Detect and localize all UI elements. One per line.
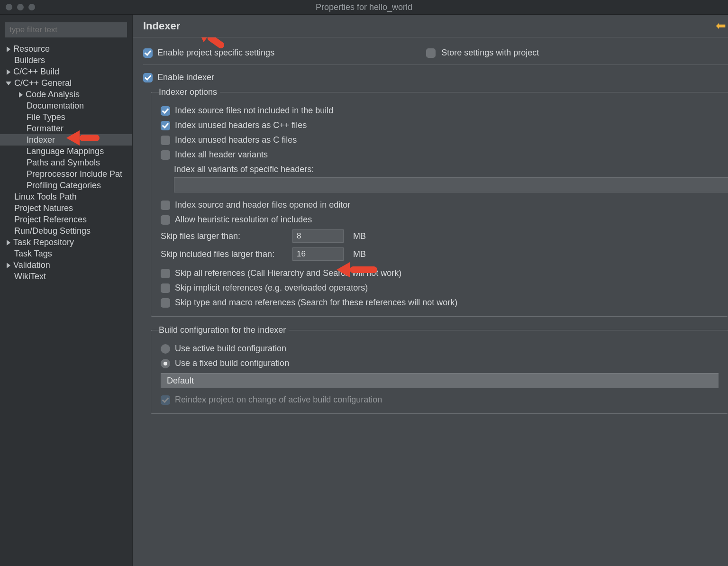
tree-item-code-analysis[interactable]: Code Analysis bbox=[0, 89, 132, 100]
radio-use-fixed[interactable] bbox=[161, 359, 170, 368]
tree-item-run-debug[interactable]: Run/Debug Settings bbox=[0, 225, 132, 237]
select-build-config[interactable]: Default bbox=[161, 373, 719, 388]
page-title: Indexer bbox=[143, 20, 180, 32]
checkbox-skip-all-refs[interactable] bbox=[161, 269, 170, 278]
titlebar: Properties for hello_world bbox=[0, 0, 728, 14]
checkbox-index-all-header-variants[interactable] bbox=[161, 150, 170, 160]
tree-item-paths-symbols[interactable]: Paths and Symbols bbox=[0, 157, 132, 168]
input-skip-included[interactable] bbox=[292, 247, 344, 261]
checkbox-skip-type-macro[interactable] bbox=[161, 298, 170, 308]
label-enable-indexer: Enable indexer bbox=[157, 73, 214, 82]
checkbox-index-unused-cpp[interactable] bbox=[161, 121, 170, 130]
chevron-right-icon bbox=[7, 263, 10, 268]
radio-use-active[interactable] bbox=[161, 344, 170, 354]
tree-item-documentation[interactable]: Documentation bbox=[0, 100, 132, 111]
checkbox-enable-indexer[interactable] bbox=[143, 73, 153, 82]
sidebar: Resource Builders C/C++ Build C/C++ Gene… bbox=[0, 15, 133, 566]
checkbox-index-unused-c[interactable] bbox=[161, 136, 170, 145]
close-window-icon[interactable] bbox=[6, 4, 12, 10]
label-skip-included: Skip included files larger than: bbox=[161, 249, 289, 259]
tree-item-file-types[interactable]: File Types bbox=[0, 111, 132, 123]
zoom-window-icon[interactable] bbox=[28, 4, 35, 10]
label-skip-files: Skip files larger than: bbox=[161, 231, 289, 241]
chevron-right-icon bbox=[7, 46, 10, 52]
tree-item-builders[interactable]: Builders bbox=[0, 55, 132, 66]
chevron-right-icon bbox=[7, 69, 10, 75]
group-indexer-options: Indexer options Index source files not i… bbox=[151, 87, 728, 317]
divider bbox=[143, 64, 728, 65]
checkbox-store-with-project[interactable] bbox=[426, 48, 436, 58]
checkbox-index-opened[interactable] bbox=[161, 201, 170, 210]
tree-item-task-repository[interactable]: Task Repository bbox=[0, 237, 132, 248]
chevron-down-icon bbox=[6, 82, 11, 85]
checkbox-skip-implicit[interactable] bbox=[161, 283, 170, 293]
tree-item-project-references[interactable]: Project References bbox=[0, 214, 132, 225]
chevron-right-icon bbox=[19, 92, 23, 98]
tree-item-language-mappings[interactable]: Language Mappings bbox=[0, 146, 132, 157]
page-header: Indexer ⬅ bbox=[133, 15, 728, 37]
back-arrow-icon[interactable]: ⬅ bbox=[716, 18, 726, 33]
label-enable-project-specific: Enable project specific settings bbox=[157, 48, 274, 58]
checkbox-enable-project-specific[interactable] bbox=[143, 48, 153, 58]
filter-input[interactable] bbox=[5, 22, 127, 37]
tree-item-profiling-categories[interactable]: Profiling Categories bbox=[0, 180, 132, 191]
legend-indexer-options: Indexer options bbox=[159, 87, 220, 97]
main-panel: Indexer ⬅ Enable project specific settin… bbox=[133, 15, 728, 566]
legend-build-config: Build configuration for the indexer bbox=[159, 325, 289, 335]
label-specific-headers: Index all variants of specific headers: bbox=[174, 164, 719, 174]
group-build-config: Build configuration for the indexer Use … bbox=[151, 325, 728, 414]
tree-item-linux-tools[interactable]: Linux Tools Path bbox=[0, 191, 132, 202]
tree-item-cpp-build[interactable]: C/C++ Build bbox=[0, 66, 132, 77]
tree-item-cpp-general[interactable]: C/C++ General bbox=[0, 77, 132, 89]
checkbox-allow-heuristic[interactable] bbox=[161, 215, 170, 225]
tree-item-validation[interactable]: Validation bbox=[0, 259, 132, 271]
label-store-with-project: Store settings with project bbox=[441, 48, 539, 58]
tree-item-project-natures[interactable]: Project Natures bbox=[0, 202, 132, 214]
window-controls bbox=[6, 4, 35, 10]
tree-item-task-tags[interactable]: Task Tags bbox=[0, 248, 132, 259]
minimize-window-icon[interactable] bbox=[17, 4, 24, 10]
window-title: Properties for hello_world bbox=[0, 2, 728, 12]
input-skip-files[interactable] bbox=[292, 229, 344, 243]
tree-item-indexer[interactable]: Indexer bbox=[0, 134, 132, 146]
tree-item-preprocessor-include[interactable]: Preprocessor Include Pat bbox=[0, 168, 132, 180]
tree-item-resource[interactable]: Resource bbox=[0, 43, 132, 55]
checkbox-index-source-not-in-build[interactable] bbox=[161, 106, 170, 116]
checkbox-reindex-on-change bbox=[161, 395, 170, 405]
tree-item-wikitext[interactable]: WikiText bbox=[0, 271, 132, 282]
nav-tree: Resource Builders C/C++ Build C/C++ Gene… bbox=[0, 42, 132, 282]
input-specific-headers[interactable] bbox=[174, 177, 728, 192]
chevron-right-icon bbox=[7, 240, 10, 246]
tree-item-formatter[interactable]: Formatter bbox=[0, 123, 132, 134]
